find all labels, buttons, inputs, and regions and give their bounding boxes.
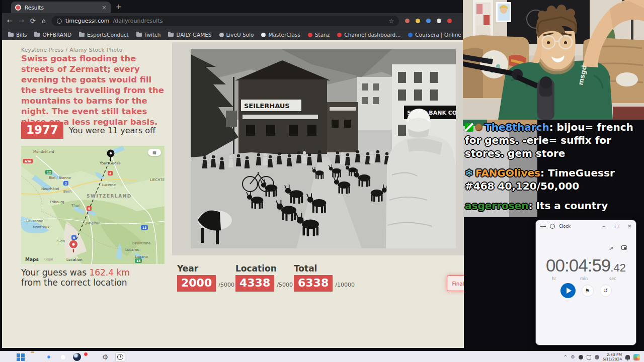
desktop: Results × + ← → ⟳ ⌂ timeguessr.com /dail…	[0, 0, 644, 362]
answer-pin-label: Location	[66, 257, 83, 262]
maximize-button[interactable]: ▢	[614, 224, 619, 229]
map-place: Bern	[63, 190, 71, 194]
apple-maps-logo: Maps	[25, 257, 39, 262]
minimize-button[interactable]: ‒	[602, 224, 605, 229]
final-score-button[interactable]: Final Score	[447, 276, 464, 291]
extension-icon[interactable]	[447, 19, 452, 23]
year-feedback: You were 11 years off	[69, 126, 155, 135]
tab-title: Results	[25, 5, 98, 11]
folder-icon	[168, 33, 174, 37]
map-terrain	[21, 146, 165, 264]
site-info-icon[interactable]	[57, 19, 62, 24]
stream-chat: The8tharch: bijou= french for gems. -eri…	[465, 121, 642, 219]
map-place: Sion	[57, 239, 65, 243]
pip-icon[interactable]	[621, 245, 627, 250]
extension-icon[interactable]	[416, 19, 420, 23]
taskbar-clock[interactable]: 2:30 PM 6/11/2024	[603, 352, 622, 362]
map-place: LIECHTENSTEIN	[150, 178, 165, 182]
back-icon[interactable]: ←	[7, 18, 13, 24]
extension-icon[interactable]	[405, 19, 410, 23]
map-country-label: SWITZERLAND	[87, 194, 132, 199]
guess-pin-label: Your Guess	[100, 161, 120, 165]
year-score-value: 2000	[177, 275, 216, 292]
settings-icon[interactable]: ⚙	[101, 353, 109, 361]
bookmark-star-icon[interactable]: ☆	[388, 18, 394, 25]
road-badge: 2	[63, 181, 68, 186]
map-layers-button[interactable]: ▦	[148, 149, 161, 156]
play-button[interactable]	[560, 283, 576, 298]
menu-icon[interactable]	[540, 225, 546, 228]
site-icon	[308, 33, 312, 37]
tray-audio-icon[interactable]	[595, 355, 599, 359]
road-badge: 13	[141, 225, 148, 230]
system-tray: ^ ⚙ 2:30 PM 6/11/2024	[564, 351, 640, 362]
home-icon[interactable]: ⌂	[42, 18, 46, 24]
correct-year-badge: 1977	[21, 122, 63, 139]
bookmark-coursera[interactable]: Coursera | Online C...	[408, 32, 464, 38]
snowflake-emote: ❄	[465, 167, 473, 179]
browser-window: Results × + ← → ⟳ ⌂ timeguessr.com /dail…	[2, 0, 464, 348]
alarm-icon	[550, 224, 555, 229]
start-button[interactable]	[17, 353, 25, 361]
bookmark-twitch[interactable]: Twitch	[136, 32, 161, 38]
taskbar: ⚙ ^ ⚙ 2:30 PM 6/11/2024	[0, 351, 644, 362]
bookmark-channel-dashboard[interactable]: Channel dashboard...	[337, 32, 400, 38]
close-button[interactable]: ✕	[627, 224, 631, 229]
total-score: Total 6338 /10000	[294, 263, 355, 292]
lap-flag-button[interactable]: ⚑	[582, 285, 594, 297]
tray-display-icon[interactable]	[587, 355, 591, 359]
year-score: Year 2000 /5000	[177, 263, 234, 292]
bookmark-offbrand[interactable]: OFFBRAND	[34, 32, 71, 38]
reload-icon[interactable]: ⟳	[30, 18, 36, 24]
stopwatch-time: 00:04:59.42	[536, 255, 636, 276]
bookmark-liveu-solo[interactable]: LiveU Solo	[219, 32, 254, 38]
expand-icon[interactable]: ↗	[609, 245, 613, 252]
round-photo-card: SEILERHAUS SWISS BANK CORP	[172, 42, 464, 255]
maps-legal-link[interactable]: Legal	[44, 257, 53, 261]
total-score-value: 6338	[294, 275, 333, 292]
road-badge: 12	[45, 170, 52, 174]
bookmark-daily-games[interactable]: DAILY GAMES	[168, 32, 211, 38]
map-place: Montbéliard	[33, 150, 54, 154]
distance-result: Your guess was 162.4 km from the correct…	[21, 267, 130, 288]
bookmark-masterclass[interactable]: MasterClass	[261, 32, 300, 38]
tab-close-icon[interactable]: ×	[102, 5, 107, 11]
tray-chevron-icon[interactable]: ^	[564, 355, 568, 359]
widgets-icon[interactable]	[633, 354, 640, 360]
new-tab-button[interactable]: +	[116, 3, 122, 10]
address-bar[interactable]: timeguessr.com /dailyroundresults ☆	[52, 16, 399, 26]
timeguessr-results-page: Keystone Press / Alamy Stock Photo Swiss…	[2, 40, 464, 348]
bookmark-stanz[interactable]: Stanz	[308, 32, 330, 38]
address-path: /dailyroundresults	[113, 18, 385, 24]
forward-icon[interactable]: →	[19, 18, 24, 24]
result-map[interactable]: Montbéliard Biel / Bienne Neuchâtel Bern…	[21, 146, 165, 264]
clock-app-title: Clock	[559, 224, 593, 229]
extension-icon[interactable]	[437, 19, 441, 23]
site-icon	[219, 33, 224, 37]
bookmark-bills[interactable]: Bills	[8, 32, 27, 38]
streamer-scene: msgd	[463, 0, 644, 120]
tab-strip: Results × +	[2, 0, 464, 13]
location-score-max: /5000	[277, 282, 293, 288]
folder-icon	[79, 33, 85, 37]
bookmark-esportsconduct[interactable]: EsportsConduct	[79, 32, 129, 38]
map-place: Montreux	[33, 225, 49, 229]
photo-caption: Swiss goats flooding the streets of Zerm…	[21, 54, 170, 128]
webcam-feed: msgd	[463, 0, 644, 120]
reset-button[interactable]: ↺	[600, 285, 612, 297]
tray-app-icon[interactable]	[579, 355, 583, 359]
clock-titlebar[interactable]: Clock ‒ ▢ ✕	[536, 220, 636, 232]
browser-tab[interactable]: Results ×	[11, 2, 111, 13]
road-badge: 4	[108, 171, 113, 175]
steam-icon[interactable]	[73, 353, 81, 361]
clock-app-icon-active[interactable]	[115, 352, 125, 362]
notification-bell-icon[interactable]	[625, 355, 630, 359]
tray-gear-icon[interactable]: ⚙	[571, 355, 575, 359]
location-score-value: 4338	[235, 275, 274, 292]
map-place: Fribourg	[50, 200, 64, 204]
map-place: Thun	[71, 204, 80, 208]
extension-icon[interactable]	[426, 19, 431, 23]
chat-username: FANGOlives	[475, 167, 540, 179]
photo-attribution: Keystone Press / Alamy Stock Photo	[21, 47, 123, 53]
moderator-badge-icon	[465, 123, 473, 132]
